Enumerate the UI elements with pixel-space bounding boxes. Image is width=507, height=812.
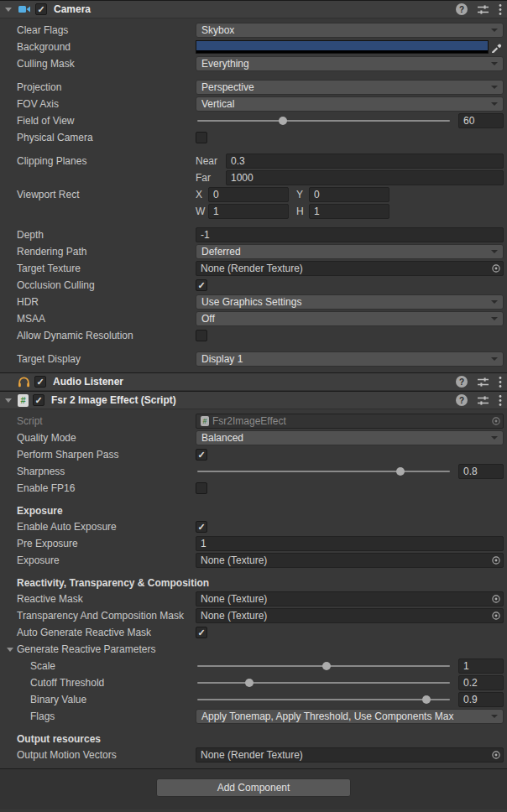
slider-track[interactable] [197,699,450,700]
field-of-view-slider[interactable] [196,113,452,128]
binary-value-slider[interactable] [196,692,452,707]
foldout-label[interactable]: Generate Reactive Parameters [15,643,155,655]
slider-knob[interactable] [322,662,331,670]
object-picker-icon[interactable] [489,414,503,428]
occlusion-culling-checkbox[interactable] [196,279,207,291]
cutoff-threshold-slider[interactable] [196,675,452,690]
field-label: Enable FP16 [0,482,196,494]
viewport-x-input[interactable] [208,187,289,202]
slider-track[interactable] [197,471,450,472]
object-picker-icon[interactable] [489,554,503,567]
auto-generate-reactive-mask-checkbox[interactable] [196,627,207,638]
culling-mask-dropdown[interactable]: Everything [196,56,504,71]
camera-enabled-checkbox[interactable] [35,3,47,15]
object-picker-icon[interactable] [489,592,503,606]
far-clip-input[interactable] [226,170,504,185]
hdr-dropdown[interactable]: Use Graphics Settings [196,294,504,310]
help-icon[interactable] [456,394,468,406]
row-projection: Projection Perspective [0,79,507,96]
kebab-menu-icon[interactable] [499,376,502,388]
row-enable-fp16: Enable FP16 [0,480,507,497]
slider-knob[interactable] [279,117,287,125]
add-component-button[interactable]: Add Component [156,778,351,797]
field-label: Projection [0,81,196,93]
clear-flags-dropdown[interactable]: Skybox [196,23,504,38]
component-fsr2-image-effect: Fsr 2 Image Effect (Script) Script Fsr2I… [0,391,507,768]
field-label: Pre Exposure [0,538,196,549]
field-of-view-input[interactable] [458,113,504,128]
sharpness-input[interactable] [458,464,504,479]
object-picker-icon[interactable] [489,748,503,762]
scale-input[interactable] [458,658,504,674]
chevron-down-icon [491,715,498,718]
foldout-triangle-icon[interactable] [5,398,12,403]
output-motion-vectors-object-field[interactable]: None (Render Texture) [196,747,504,763]
projection-dropdown[interactable]: Perspective [196,80,504,95]
flags-dropdown[interactable]: Apply Tonemap, Apply Threshold, Use Comp… [196,709,504,724]
presets-icon[interactable] [477,394,489,407]
pre-exposure-input[interactable] [196,536,504,551]
near-label: Near [196,155,226,167]
help-icon[interactable] [456,376,468,388]
target-texture-object-field[interactable]: None (Render Texture) [196,261,504,276]
binary-value-input[interactable] [458,692,504,707]
row-target-display: Target Display Display 1 [0,351,507,367]
depth-input[interactable] [196,227,504,242]
presets-icon[interactable] [477,3,489,16]
field-label: Allow Dynamic Resolution [0,330,196,341]
slider-knob[interactable] [245,679,254,687]
quality-mode-dropdown[interactable]: Balanced [196,430,504,445]
object-picker-icon[interactable] [489,609,503,622]
physical-camera-checkbox[interactable] [196,132,207,143]
enable-fp16-checkbox[interactable] [196,482,207,494]
slider-knob[interactable] [396,467,405,476]
field-label: Viewport Rect [0,189,196,200]
chevron-down-icon [491,86,498,89]
slider-knob[interactable] [422,695,431,704]
fsr2-enabled-checkbox[interactable] [33,394,44,406]
field-label: Sharpness [0,466,196,477]
viewport-w-input[interactable] [208,204,289,219]
row-cutoff-threshold: Cutoff Threshold [0,674,507,691]
field-label: Field of View [0,115,196,127]
object-picker-icon[interactable] [489,262,503,275]
camera-header: Camera [0,0,507,18]
presets-icon[interactable] [477,376,489,388]
enable-auto-exposure-checkbox[interactable] [196,521,207,533]
field-label: Occlusion Culling [0,279,196,291]
chevron-down-icon [491,29,498,32]
near-clip-input[interactable] [226,154,504,169]
slider-track[interactable] [197,120,450,122]
row-exposure: Exposure None (Texture) [0,552,507,569]
msaa-dropdown[interactable]: Off [196,311,504,326]
kebab-menu-icon[interactable] [499,394,502,407]
allow-dynamic-resolution-checkbox[interactable] [196,330,207,341]
field-label: Binary Value [0,694,196,705]
exposure-object-field[interactable]: None (Texture) [196,553,504,568]
perform-sharpen-pass-checkbox[interactable] [196,449,207,461]
foldout-triangle-icon[interactable] [5,8,12,12]
rendering-path-dropdown[interactable]: Deferred [196,244,504,259]
background-color-field[interactable] [196,40,489,54]
component-title: Audio Listener [50,376,452,388]
target-display-dropdown[interactable]: Display 1 [196,351,504,367]
viewport-y-input[interactable] [309,187,389,202]
fov-axis-dropdown[interactable]: Vertical [196,96,504,112]
field-label: HDR [0,296,196,308]
sharpness-slider[interactable] [196,464,452,479]
row-clipping-near: Clipping Planes Near [0,153,507,169]
alpha-bar [196,50,488,53]
scale-slider[interactable] [196,658,452,674]
transparency-mask-object-field[interactable]: None (Texture) [196,608,504,623]
slider-track[interactable] [197,682,450,684]
eyedropper-button[interactable] [489,40,504,54]
kebab-menu-icon[interactable] [499,3,502,16]
help-icon[interactable] [456,3,468,15]
audio-listener-enabled-checkbox[interactable] [34,376,46,388]
cutoff-threshold-input[interactable] [458,675,504,690]
foldout-triangle-icon[interactable] [7,648,13,652]
field-label: MSAA [0,313,196,325]
viewport-h-input[interactable] [309,204,389,219]
field-label: Scale [0,660,196,672]
reactive-mask-object-field[interactable]: None (Texture) [196,591,504,606]
